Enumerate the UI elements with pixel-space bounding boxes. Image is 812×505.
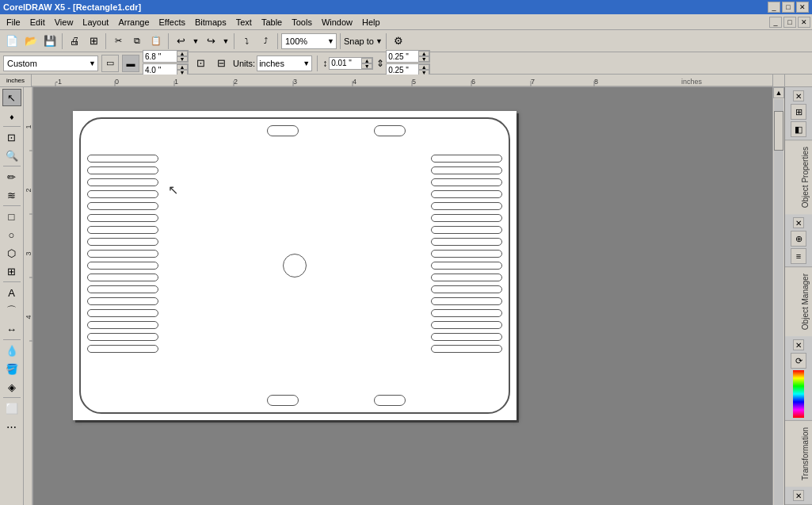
nudge2-bot-input[interactable] (387, 66, 418, 75)
menu-file[interactable]: File (2, 16, 25, 29)
panel-icon-3[interactable]: ⊕ (791, 231, 806, 247)
artistic-tool[interactable]: ≋ (2, 186, 21, 204)
transformation-tab[interactable]: Transformation (785, 420, 812, 487)
interactive-tool[interactable]: ⋯ (2, 418, 21, 435)
canvas-area[interactable]: ↖ (33, 87, 772, 505)
vscrollbar: ▲ ▼ (772, 87, 784, 505)
zoom-dropdown-arrow[interactable]: ▼ (327, 37, 336, 45)
panel-icon-4[interactable]: ≡ (791, 248, 806, 264)
connector-tool[interactable]: ⌒ (2, 302, 21, 319)
save-button[interactable]: 💾 (41, 33, 59, 50)
copy-button[interactable]: ⧉ (128, 33, 146, 50)
shape-tool[interactable]: ⬧ (2, 107, 21, 124)
doc-minimize[interactable]: _ (769, 17, 782, 28)
menu-edit[interactable]: Edit (25, 16, 50, 29)
nudge-down[interactable]: ▼ (361, 63, 372, 69)
doc-maximize[interactable]: □ (783, 17, 796, 28)
vscroll-thumb[interactable] (774, 111, 783, 151)
select-tool[interactable]: ↖ (2, 89, 21, 106)
menu-tools[interactable]: Tools (287, 16, 317, 29)
zoom-selector[interactable]: 100% ▼ (281, 33, 337, 49)
redo-button[interactable]: ↪ (202, 33, 219, 50)
table-tool[interactable]: ⊞ (2, 262, 21, 280)
width-input[interactable] (143, 52, 177, 61)
panel-close-3[interactable]: ✕ (793, 339, 804, 350)
panel-close-2[interactable]: ✕ (793, 217, 804, 228)
cut-button[interactable]: ✂ (109, 33, 127, 50)
menu-arrange[interactable]: Arrange (113, 16, 154, 29)
menu-text[interactable]: Text (231, 16, 257, 29)
nudge-input[interactable] (330, 59, 361, 67)
dimension-tool[interactable]: ↔ (2, 320, 21, 338)
page-size-dropdown[interactable]: Custom ▼ (3, 55, 98, 71)
zoom-tool[interactable]: 🔍 (2, 147, 21, 164)
freehand-tool[interactable]: ✏ (2, 168, 21, 186)
width-arrows: ▲ ▼ (177, 51, 188, 62)
nudge2-top-input[interactable] (387, 52, 418, 61)
panel-close-1[interactable]: ✕ (793, 90, 804, 101)
outline-tool[interactable]: ⬜ (2, 400, 21, 417)
portrait-button[interactable]: ▭ (101, 55, 119, 72)
resize-page-button[interactable]: ⊡ (192, 55, 209, 72)
panel-icon-1[interactable]: ⊞ (791, 104, 806, 120)
undo-button[interactable]: ↩ (172, 33, 189, 50)
close-button[interactable]: ✕ (796, 2, 809, 13)
menu-window[interactable]: Window (317, 16, 357, 29)
paste-button[interactable]: 📋 (147, 33, 165, 50)
crop-tool[interactable]: ⊡ (2, 128, 21, 146)
lt-sep6 (3, 397, 21, 398)
panel-close-4[interactable]: ✕ (793, 490, 804, 501)
nudge2-icon: ⇕ (376, 58, 384, 69)
left-slot-9 (87, 250, 158, 258)
menu-effects[interactable]: Effects (154, 16, 190, 29)
height-input[interactable] (143, 66, 177, 75)
open-button[interactable]: 📂 (22, 33, 40, 50)
nudge2-bot-up[interactable]: ▲ (418, 64, 429, 70)
eyedropper-tool[interactable]: 💧 (2, 342, 21, 359)
smart-fill[interactable]: ◈ (2, 378, 21, 396)
height-up[interactable]: ▲ (177, 64, 188, 70)
object-manager-tab[interactable]: Object Manager (785, 266, 812, 336)
export-button[interactable]: ⤴ (257, 33, 274, 50)
nudge2-top-down[interactable]: ▼ (418, 56, 429, 62)
vscroll-up[interactable]: ▲ (773, 87, 784, 98)
options-button[interactable]: ⚙ (390, 33, 407, 50)
svg-text:3: 3 (293, 78, 297, 86)
menu-help[interactable]: Help (357, 16, 385, 29)
color-gradient (793, 370, 804, 418)
import-button[interactable]: ⤵ (238, 33, 255, 50)
doc-close[interactable]: ✕ (798, 17, 810, 28)
polygon-tool[interactable]: ⬡ (2, 244, 21, 262)
units-arrow[interactable]: ▼ (303, 59, 311, 67)
units-dropdown[interactable]: inches ▼ (257, 55, 312, 71)
sep4 (234, 33, 234, 49)
maximize-button[interactable]: □ (782, 2, 795, 13)
page-size-arrow[interactable]: ▼ (89, 59, 97, 67)
width-up[interactable]: ▲ (177, 51, 188, 56)
object-properties-tab[interactable]: Object Properties (785, 140, 812, 214)
menu-layout[interactable]: Layout (78, 16, 113, 29)
landscape-button[interactable]: ▬ (122, 55, 139, 72)
menu-bitmaps[interactable]: Bitmaps (190, 16, 231, 29)
nudge-up[interactable]: ▲ (361, 58, 372, 63)
minimize-button[interactable]: _ (768, 2, 780, 13)
menu-table[interactable]: Table (257, 16, 287, 29)
fill-tool[interactable]: 🪣 (2, 360, 21, 377)
svg-text:1: 1 (25, 124, 32, 128)
menu-view[interactable]: View (50, 16, 78, 29)
text-tool[interactable]: A (2, 284, 21, 301)
vscroll-track[interactable] (774, 99, 783, 505)
print2-button[interactable]: ⊞ (85, 33, 102, 50)
rect-tool[interactable]: □ (2, 208, 21, 225)
nudge2-top-up[interactable]: ▲ (418, 51, 429, 56)
snap-dropdown[interactable]: ▼ (376, 37, 383, 45)
panel-icon-5[interactable]: ⟳ (791, 353, 806, 369)
width-down[interactable]: ▼ (177, 56, 188, 62)
print-button[interactable]: 🖨 (66, 33, 83, 50)
panel-icon-2[interactable]: ◧ (791, 121, 806, 137)
resize-all-button[interactable]: ⊟ (212, 55, 230, 72)
undo-dropdown[interactable]: ▼ (191, 33, 200, 50)
new-button[interactable]: 📄 (3, 33, 21, 50)
ellipse-tool[interactable]: ○ (2, 226, 21, 243)
redo-dropdown[interactable]: ▼ (221, 33, 231, 50)
